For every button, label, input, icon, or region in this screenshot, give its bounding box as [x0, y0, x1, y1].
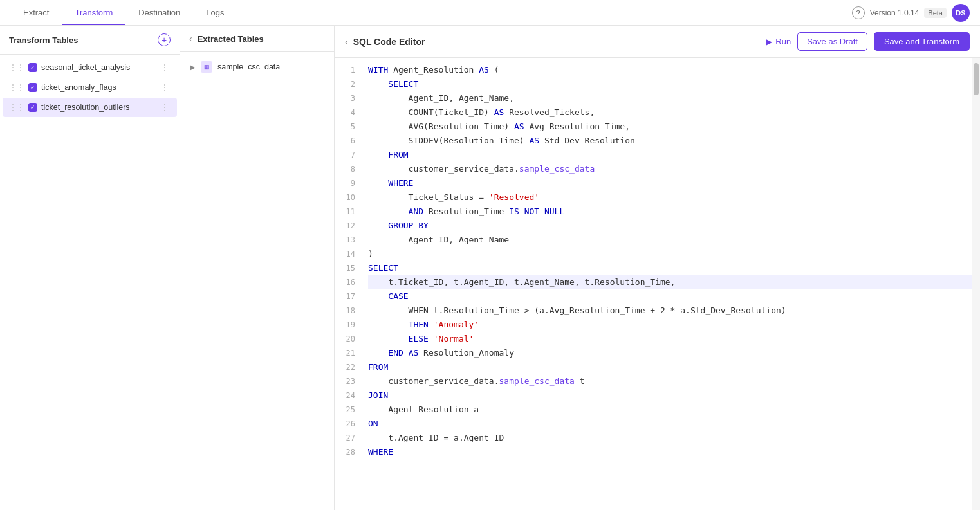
item-checkbox[interactable]: ✓	[28, 103, 37, 112]
version-label: Version 1.0.14	[870, 8, 920, 17]
table-grid-icon: ▦	[204, 64, 210, 70]
item-menu-icon[interactable]: ⋮	[159, 82, 171, 93]
add-table-button[interactable]: +	[158, 33, 171, 46]
table-item-name: seasonal_ticket_analysis	[41, 63, 155, 72]
tab-transform[interactable]: Transform	[62, 1, 125, 25]
run-button[interactable]: ▶ Run	[766, 37, 791, 46]
nav-right: ? Version 1.0.14 Beta DS	[852, 4, 970, 22]
drag-handle-icon: ⋮⋮	[9, 83, 24, 92]
extracted-tables-header: ‹ Extracted Tables	[180, 26, 334, 52]
item-checkbox[interactable]: ✓	[28, 63, 37, 72]
beta-badge: Beta	[924, 8, 947, 18]
sql-editor-panel: ‹ SQL Code Editor ▶ Run Save as Draft Sa…	[335, 26, 980, 510]
editor-title: SQL Code Editor	[353, 37, 425, 47]
editor-actions: ▶ Run Save as Draft Save and Transform	[766, 32, 970, 51]
user-avatar[interactable]: DS	[952, 4, 970, 22]
table-icon: ▦	[201, 61, 212, 73]
editor-collapse-button[interactable]: ‹	[345, 37, 348, 47]
transform-tables-header: Transform Tables +	[0, 26, 180, 55]
table-item-name: ticket_anomaly_flags	[41, 83, 155, 92]
code-editor[interactable]: 1234567891011121314151617181920212223242…	[335, 58, 980, 510]
code-content[interactable]: WITH Agent_Resolution AS ( SELECT Agent_…	[363, 58, 972, 510]
extracted-tables-title: Extracted Tables	[198, 34, 264, 44]
item-menu-icon[interactable]: ⋮	[159, 62, 171, 73]
item-menu-icon[interactable]: ⋮	[159, 102, 171, 113]
editor-header: ‹ SQL Code Editor ▶ Run Save as Draft Sa…	[335, 26, 980, 58]
main-area: Transform Tables + ⋮⋮ ✓ seasonal_ticket_…	[0, 26, 980, 510]
list-item[interactable]: ⋮⋮ ✓ seasonal_ticket_analysis ⋮	[3, 58, 177, 77]
scrollbar-thumb	[974, 63, 979, 95]
transform-tables-panel: Transform Tables + ⋮⋮ ✓ seasonal_ticket_…	[0, 26, 180, 510]
run-label: Run	[775, 37, 791, 46]
transform-tables-list: ⋮⋮ ✓ seasonal_ticket_analysis ⋮ ⋮⋮ ✓ tic…	[0, 55, 180, 510]
list-item[interactable]: ⋮⋮ ✓ ticket_anomaly_flags ⋮	[3, 78, 177, 97]
table-item-name: ticket_resolution_outliers	[41, 103, 155, 112]
item-checkbox[interactable]: ✓	[28, 83, 37, 92]
tab-destination[interactable]: Destination	[125, 1, 193, 25]
save-transform-button[interactable]: Save and Transform	[874, 32, 970, 51]
table-item[interactable]: ▶ ▦ sample_csc_data	[185, 57, 329, 77]
run-icon: ▶	[766, 37, 772, 46]
nav-tabs: Extract Transform Destination Logs	[10, 1, 852, 24]
line-numbers: 1234567891011121314151617181920212223242…	[335, 58, 363, 510]
extracted-table-name: sample_csc_data	[217, 62, 280, 71]
tab-logs[interactable]: Logs	[193, 1, 237, 25]
drag-handle-icon: ⋮⋮	[9, 103, 24, 112]
save-draft-button[interactable]: Save as Draft	[797, 32, 867, 51]
extracted-tables-panel: ‹ Extracted Tables ▶ ▦ sample_csc_data	[180, 26, 335, 510]
tab-extract[interactable]: Extract	[10, 1, 62, 25]
drag-handle-icon: ⋮⋮	[9, 63, 24, 72]
extracted-tables-list: ▶ ▦ sample_csc_data	[180, 52, 334, 510]
help-icon[interactable]: ?	[852, 6, 865, 19]
expand-icon[interactable]: ▶	[190, 64, 196, 71]
list-item[interactable]: ⋮⋮ ✓ ticket_resolution_outliers ⋮	[3, 98, 177, 117]
transform-tables-title: Transform Tables	[9, 35, 78, 45]
top-navigation: Extract Transform Destination Logs ? Ver…	[0, 0, 980, 26]
scrollbar[interactable]	[972, 58, 980, 510]
collapse-panel-button[interactable]: ‹	[189, 33, 192, 44]
editor-title-row: ‹ SQL Code Editor	[345, 37, 425, 47]
